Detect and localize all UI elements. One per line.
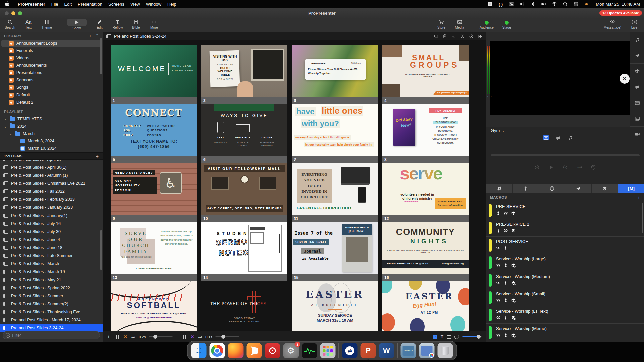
toolbar-store-button[interactable]: Store xyxy=(436,19,446,29)
notification-dot-icon[interactable] xyxy=(584,1,589,7)
playlist-item[interactable]: Pre & Post Slides - Autumn (1) xyxy=(0,171,103,179)
minimized-window-connect[interactable]: CONNECT xyxy=(401,343,416,358)
slide-thumbnail[interactable]: SERVEOURCHURCHFAMILYhelp care for grievi… xyxy=(111,222,197,281)
slide-thumbnail[interactable]: Old StoryNew!HEY PARENTS!USE'OLD STORY N… xyxy=(382,104,469,163)
library-item[interactable]: Funerals xyxy=(0,47,103,54)
clear-props-icon[interactable]: ✕ xyxy=(190,335,195,339)
music-note-icon[interactable] xyxy=(630,32,644,48)
menu-item-presentation[interactable]: Presentation xyxy=(75,2,105,7)
menu-item-edit[interactable]: Edit xyxy=(61,2,75,7)
apple-menu-icon[interactable] xyxy=(5,1,9,7)
tab-send-icon[interactable] xyxy=(565,184,592,193)
chevron-icon[interactable]: ⌄ xyxy=(3,125,7,128)
slide-thumbnail[interactable]: CONNECTCONNECTASKNEEDWITH A PASTORQUESTI… xyxy=(111,104,197,163)
macro-item[interactable]: Service - Worship (Meme) xyxy=(486,324,644,341)
image-icon[interactable] xyxy=(630,111,644,127)
bluetooth-icon[interactable] xyxy=(530,1,536,7)
playlist-item[interactable]: Pre & Post Slides - Fall 2022 xyxy=(0,187,103,195)
spotlight-icon[interactable] xyxy=(562,1,568,7)
updates-badge[interactable]: 13 Updates Available xyxy=(599,10,642,16)
chrome-icon[interactable] xyxy=(210,343,225,358)
finder-icon[interactable] xyxy=(191,343,207,358)
play-icon[interactable] xyxy=(547,164,555,171)
library-scrollbar[interactable] xyxy=(100,38,102,74)
skip-next-icon[interactable]: ⏭ xyxy=(198,335,202,339)
toolbar-reflow-button[interactable]: Reflow xyxy=(113,19,123,29)
thumbnail-zoom-slider[interactable] xyxy=(462,336,482,337)
wifi-icon[interactable] xyxy=(551,1,557,7)
filter-field[interactable] xyxy=(3,331,100,339)
slide-thumbnail[interactable]: WAYS TO GIVETEXTDROP BOXONLINEGIVE TO 73… xyxy=(201,104,287,163)
macro-item[interactable]: Service - Worship (Small) xyxy=(486,289,644,306)
library-item[interactable]: Presentations xyxy=(0,69,103,76)
slide-thumbnail[interactable]: SMALLGROUPSGO TO THE HUB FOR INFO ON ALL… xyxy=(382,45,469,104)
slide-thumbnail[interactable]: servevolunteers needed inchildren's mini… xyxy=(382,163,469,222)
toolbar-message-button[interactable]: Messa...ge) xyxy=(604,19,621,29)
playlist-item[interactable]: Pre & Post Slides - February 2023 xyxy=(0,195,103,203)
macro-item[interactable]: PRE-SERVICE 2 xyxy=(486,219,644,237)
playlist-item[interactable]: Pre & Post Slides - Summer(2) xyxy=(0,300,103,308)
control-center-icon[interactable] xyxy=(573,1,579,7)
playlist-item[interactable]: Pre & Post Slides - July 30 xyxy=(0,228,103,236)
text-view-icon[interactable]: T xyxy=(441,334,443,339)
timer-slider[interactable] xyxy=(215,336,239,337)
playlist-item[interactable]: Pre & Post Slides - June 4 xyxy=(0,236,103,244)
menu-item-view[interactable]: View xyxy=(127,2,143,7)
shield-icon[interactable] xyxy=(590,164,597,171)
slide-thumbnail[interactable]: THE POWER OF THECROSSGOOD FRIDAYSERVICE … xyxy=(201,281,287,331)
slide-thumbnail[interactable]: GREENTREESOFTBALLHIGH SCHOOL AND UP • BE… xyxy=(111,281,197,331)
screen-selector[interactable]: Gym ⌄ xyxy=(491,128,505,133)
skip-30-icon[interactable]: 30 xyxy=(576,164,583,171)
teamviewer-status-icon[interactable] xyxy=(487,1,493,7)
playlist-tree-item[interactable]: ⌄2024 xyxy=(0,123,103,130)
playlist-item[interactable]: Pre & Post Slides - July 16 xyxy=(0,220,103,228)
macros-add-icon[interactable]: + xyxy=(637,195,640,200)
toolbar-more-button[interactable]: More xyxy=(149,19,159,29)
playlist-tree-item[interactable]: ›TEMPLATES xyxy=(0,115,103,123)
library-collapse-icon[interactable]: ⌃ xyxy=(96,33,99,39)
toolbar-show-button[interactable]: Show xyxy=(67,19,87,30)
toolbar-live-button[interactable]: Live xyxy=(629,19,639,29)
firefox-icon[interactable] xyxy=(228,343,244,358)
skip-next-icon[interactable]: ⏭ xyxy=(131,335,136,339)
toolbar-edit-button[interactable]: Edit xyxy=(95,19,105,29)
split-columns-icon[interactable] xyxy=(460,34,465,39)
playlist-scrollbar[interactable] xyxy=(100,230,102,270)
launchpad-icon[interactable] xyxy=(320,343,336,358)
playlist-item[interactable]: Pre & Post Slides - March xyxy=(0,260,103,268)
add-slide-icon[interactable]: + xyxy=(107,334,110,340)
slide-thumbnail[interactable]: COMMUNITYNIGHTSA NIGHT FOR THE WHOLE FAM… xyxy=(382,222,469,281)
target-icon[interactable] xyxy=(469,34,474,39)
list-view-icon[interactable] xyxy=(447,334,451,339)
clear-media-icon[interactable]: ✕ xyxy=(123,335,128,339)
tab-music-note-icon[interactable] xyxy=(486,184,513,193)
toolbar-search-button[interactable]: Search xyxy=(5,19,15,29)
toolbar-text-button[interactable]: AaText xyxy=(23,19,34,29)
playlist-item[interactable]: Pre and Post Slides 3-24-24 xyxy=(0,324,103,332)
playlist-item[interactable]: Pre & Post Slides - Spring 2022 xyxy=(0,284,103,292)
playlist-item[interactable]: Pre & Post Slides - Late Summer xyxy=(0,252,103,260)
toolbar-audience-button[interactable]: Audience xyxy=(480,19,494,29)
powerpoint-icon[interactable]: P xyxy=(361,343,376,358)
playlist-item[interactable]: Pre & Post Slides - Christmas Eve 2021 xyxy=(0,179,103,187)
playlist-item[interactable]: Pre & Post Slides - January(1) xyxy=(0,212,103,220)
clear-all-button[interactable]: ✕ xyxy=(620,74,630,84)
preview-screen[interactable] xyxy=(490,41,630,115)
toolbar-theme-button[interactable]: Theme xyxy=(42,19,52,29)
menu-item-screens[interactable]: Screens xyxy=(105,2,127,7)
library-item[interactable]: Songs xyxy=(0,84,103,91)
trash-icon[interactable] xyxy=(438,343,453,358)
back-15-icon[interactable]: 15 xyxy=(533,164,541,171)
toolbar-bible-button[interactable]: Bible xyxy=(131,19,141,29)
slide-thumbnail[interactable]: VISITING WITH US?STOP BY THEGUEST WELCOM… xyxy=(201,45,287,104)
slide-thumbnail[interactable]: havelittle oneswith you?nursery & sunday… xyxy=(292,104,378,163)
tab-macros[interactable]: [M] xyxy=(618,184,644,193)
playlist-item[interactable]: Pre & Post Slides - April 30(1) xyxy=(0,163,103,171)
forward-15-icon[interactable]: 15 xyxy=(561,164,569,171)
playlist-item[interactable]: Pre & Post Slides - Summer xyxy=(0,292,103,300)
slide-thumbnail[interactable]: EASTERAT GREENTREESUNDAY SERVICEMARCH 31… xyxy=(292,281,378,331)
grid-view-icon[interactable] xyxy=(433,335,438,339)
tab-props-fader-icon[interactable] xyxy=(513,184,539,193)
music-note-icon[interactable] xyxy=(567,135,574,140)
tab-layers-icon[interactable] xyxy=(592,184,618,193)
